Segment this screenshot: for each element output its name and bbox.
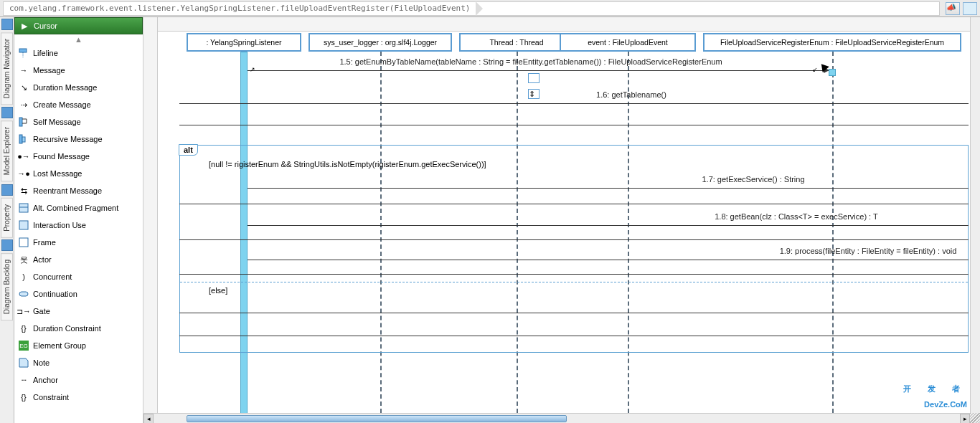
actor-icon: 웃	[19, 255, 29, 265]
scroll-thumb[interactable]	[187, 415, 567, 422]
alt-label: alt	[179, 144, 198, 156]
msg-1-6-line[interactable]	[179, 103, 969, 104]
scrollbar-vertical[interactable]	[970, 17, 980, 413]
breadcrumb[interactable]: com.yelang.framework.event.listener.Yela…	[3, 1, 940, 16]
separator-line	[179, 336, 969, 336]
palette-item-lost-message[interactable]: →●Lost Message	[14, 165, 143, 182]
palette-collapse-icon[interactable]: ▲	[14, 34, 143, 44]
create-message-icon: ⇢	[19, 100, 29, 110]
palette-label: Reentrant Message	[33, 186, 102, 195]
alt-guard-1: [null != rigisterEnum && StringUtils.isN…	[209, 160, 486, 168]
palette-item-alt-fragment[interactable]: Alt. Combined Fragment	[14, 199, 143, 217]
separator-line	[179, 313, 969, 313]
palette-item-duration-message[interactable]: ↘Duration Message	[14, 79, 143, 96]
palette-label: Lifeline	[33, 49, 58, 57]
svg-rect-0	[19, 49, 27, 52]
svg-rect-8	[19, 238, 28, 247]
resize-grip-icon[interactable]	[970, 413, 980, 423]
lifeline-registerenum[interactable]: FileUploadServiceRegisterEnum : FileUplo…	[703, 33, 961, 52]
breadcrumb-text: com.yelang.framework.event.listener.Yela…	[4, 4, 476, 13]
alt-guard-2: [else]	[209, 286, 227, 295]
cursor-icon: ▶	[19, 21, 29, 31]
lifeline-event[interactable]: event : FileUploadEvent	[560, 33, 696, 52]
palette-item-interaction-use[interactable]: Interaction Use	[14, 217, 143, 234]
side-tab-model-explorer[interactable]: Model Explorer	[1, 120, 13, 181]
palette-item-reentrant-message[interactable]: ⇆Reentrant Message	[14, 182, 143, 199]
palette: ▶ Cursor ▲ Lifeline →Message ↘Duration M…	[14, 17, 143, 423]
lifeline-icon	[19, 48, 29, 58]
separator-line	[179, 125, 969, 125]
svg-rect-9	[19, 292, 28, 296]
note-glyph-icon[interactable]	[528, 73, 540, 83]
frame-icon	[19, 237, 29, 247]
side-tab-icon-1[interactable]	[1, 19, 13, 30]
svg-rect-5	[19, 204, 28, 212]
msg-1-8-line[interactable]	[248, 225, 969, 226]
palette-item-self-message[interactable]: Self Message	[14, 113, 143, 130]
found-message-icon: ●→	[19, 151, 29, 161]
lifeline-sysuserlogger[interactable]: sys_user_logger : org.slf4j.Logger	[308, 33, 452, 52]
palette-label: Actor	[33, 255, 52, 264]
separator-line	[179, 274, 969, 275]
palette-label: Message	[33, 66, 65, 75]
scroll-right-icon[interactable]: ▸	[960, 414, 970, 424]
palette-item-element-group[interactable]: EGElement Group	[14, 337, 143, 354]
lifeline-yelangspringlistener[interactable]: : YelangSpringListener	[187, 33, 301, 52]
palette-label: Interaction Use	[33, 221, 86, 229]
activation-enum[interactable]	[829, 69, 836, 76]
svg-rect-7	[19, 221, 28, 229]
palette-item-note[interactable]: Note	[14, 354, 143, 371]
msg-1-7-line[interactable]	[248, 188, 969, 189]
palette-item-actor[interactable]: 웃Actor	[14, 251, 143, 268]
palette-item-create-message[interactable]: ⇢Create Message	[14, 96, 143, 113]
side-tab-diagram-backlog[interactable]: Diagram Backlog	[1, 253, 13, 320]
palette-item-anchor[interactable]: ┄Anchor	[14, 371, 143, 389]
palette-item-lifeline[interactable]: Lifeline	[14, 44, 143, 62]
side-tab-icon-2[interactable]	[1, 107, 13, 118]
side-tab-property[interactable]: Property	[1, 198, 13, 238]
msg-1-6-label: 1.6: getTablename()	[560, 90, 703, 99]
alt-divider	[180, 282, 968, 282]
constraint-icon: {}	[19, 392, 29, 402]
palette-item-cursor[interactable]: ▶ Cursor	[14, 17, 143, 34]
scrollbar-horizontal[interactable]: ◂ ▸	[143, 413, 970, 423]
resize-glyph-icon[interactable]: ⇕	[528, 89, 540, 99]
separator-line	[179, 204, 969, 204]
palette-item-recursive-message[interactable]: Recursive Message	[14, 130, 143, 148]
palette-label: Self Message	[33, 118, 81, 126]
announce-icon[interactable]: 📣	[946, 2, 960, 15]
msg-1-5-label: 1.5: getEnumByTableName(tableName : Stri…	[330, 57, 732, 66]
window-icon[interactable]	[963, 2, 977, 15]
side-tab-diagram-navigator[interactable]: Diagram Navigator	[1, 32, 13, 105]
msg-1-9-label: 1.9: process(fileEntity : FileEntity = f…	[768, 247, 969, 255]
canvas[interactable]: : YelangSpringListener sys_user_logger :…	[158, 17, 970, 413]
scroll-left-icon[interactable]: ◂	[143, 414, 154, 424]
palette-item-found-message[interactable]: ●→Found Message	[14, 148, 143, 165]
palette-item-concurrent[interactable]: )Concurrent	[14, 268, 143, 285]
palette-label: Element Group	[33, 341, 86, 350]
palette-label: Concurrent	[33, 272, 72, 281]
lifeline-thread[interactable]: Thread : Thread	[459, 33, 574, 52]
palette-label: Create Message	[33, 100, 91, 109]
element-group-icon: EG	[19, 341, 29, 351]
palette-label: Recursive Message	[33, 135, 103, 143]
separator-line	[179, 239, 969, 240]
side-tab-icon-4[interactable]	[1, 239, 13, 251]
msg-1-5-line[interactable]	[248, 70, 829, 71]
anchor-icon: ┄	[19, 375, 29, 385]
palette-item-frame[interactable]: Frame	[14, 234, 143, 251]
main-row: Diagram Navigator Model Explorer Propert…	[0, 17, 980, 423]
msg-1-9-line[interactable]	[248, 260, 969, 260]
palette-item-duration-constraint[interactable]: {}Duration Constraint	[14, 320, 143, 337]
diagram-area: : YelangSpringListener sys_user_logger :…	[143, 17, 980, 423]
palette-item-gate[interactable]: ⊐→Gate	[14, 303, 143, 320]
lost-message-icon: →●	[19, 168, 29, 179]
expand-icon: ↗	[250, 66, 255, 73]
palette-label: Cursor	[34, 22, 57, 30]
side-tab-icon-3[interactable]	[1, 184, 13, 196]
palette-label: Frame	[33, 238, 56, 247]
palette-item-constraint[interactable]: {}Constraint	[14, 389, 143, 406]
palette-item-continuation[interactable]: Continuation	[14, 285, 143, 303]
palette-item-message[interactable]: →Message	[14, 62, 143, 79]
palette-label: Gate	[33, 307, 50, 315]
